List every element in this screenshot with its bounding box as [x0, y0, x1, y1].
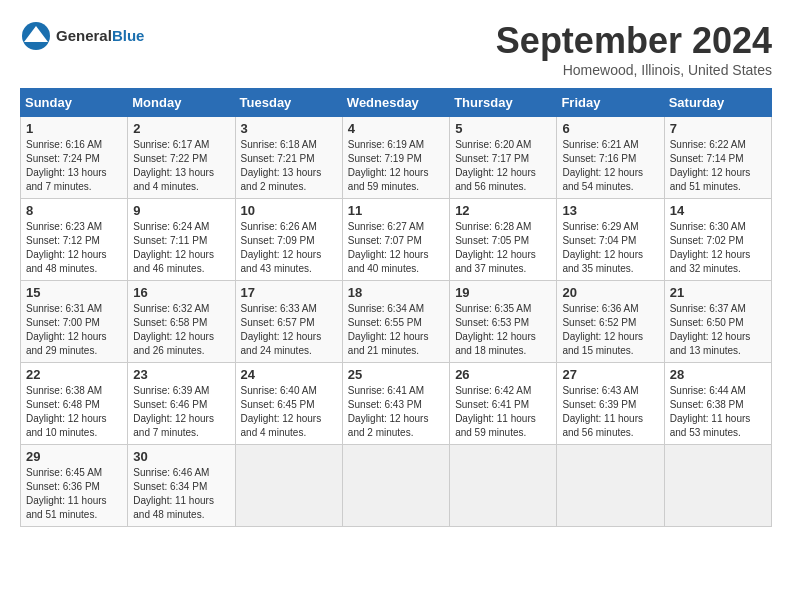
day-number: 10 [241, 203, 337, 218]
day-info: Sunrise: 6:41 AM Sunset: 6:43 PM Dayligh… [348, 384, 444, 440]
day-of-week-header: Tuesday [235, 89, 342, 117]
day-number: 15 [26, 285, 122, 300]
logo: GeneralBlue [20, 20, 144, 52]
day-of-week-header: Friday [557, 89, 664, 117]
day-number: 13 [562, 203, 658, 218]
day-number: 7 [670, 121, 766, 136]
calendar-cell: 22Sunrise: 6:38 AM Sunset: 6:48 PM Dayli… [21, 363, 128, 445]
day-number: 14 [670, 203, 766, 218]
calendar-cell: 26Sunrise: 6:42 AM Sunset: 6:41 PM Dayli… [450, 363, 557, 445]
day-info: Sunrise: 6:19 AM Sunset: 7:19 PM Dayligh… [348, 138, 444, 194]
day-info: Sunrise: 6:24 AM Sunset: 7:11 PM Dayligh… [133, 220, 229, 276]
day-of-week-header: Thursday [450, 89, 557, 117]
day-number: 4 [348, 121, 444, 136]
day-info: Sunrise: 6:33 AM Sunset: 6:57 PM Dayligh… [241, 302, 337, 358]
calendar-cell: 7Sunrise: 6:22 AM Sunset: 7:14 PM Daylig… [664, 117, 771, 199]
day-number: 11 [348, 203, 444, 218]
calendar-cell: 9Sunrise: 6:24 AM Sunset: 7:11 PM Daylig… [128, 199, 235, 281]
day-number: 28 [670, 367, 766, 382]
day-info: Sunrise: 6:22 AM Sunset: 7:14 PM Dayligh… [670, 138, 766, 194]
day-number: 27 [562, 367, 658, 382]
day-info: Sunrise: 6:23 AM Sunset: 7:12 PM Dayligh… [26, 220, 122, 276]
calendar-cell [450, 445, 557, 527]
day-info: Sunrise: 6:32 AM Sunset: 6:58 PM Dayligh… [133, 302, 229, 358]
calendar-cell [664, 445, 771, 527]
calendar-cell: 3Sunrise: 6:18 AM Sunset: 7:21 PM Daylig… [235, 117, 342, 199]
calendar-cell: 30Sunrise: 6:46 AM Sunset: 6:34 PM Dayli… [128, 445, 235, 527]
calendar-cell: 23Sunrise: 6:39 AM Sunset: 6:46 PM Dayli… [128, 363, 235, 445]
title-block: September 2024 Homewood, Illinois, Unite… [496, 20, 772, 78]
calendar-cell: 13Sunrise: 6:29 AM Sunset: 7:04 PM Dayli… [557, 199, 664, 281]
day-info: Sunrise: 6:38 AM Sunset: 6:48 PM Dayligh… [26, 384, 122, 440]
calendar-cell [235, 445, 342, 527]
calendar-week-row: 22Sunrise: 6:38 AM Sunset: 6:48 PM Dayli… [21, 363, 772, 445]
calendar-cell: 2Sunrise: 6:17 AM Sunset: 7:22 PM Daylig… [128, 117, 235, 199]
day-info: Sunrise: 6:44 AM Sunset: 6:38 PM Dayligh… [670, 384, 766, 440]
calendar-table: SundayMondayTuesdayWednesdayThursdayFrid… [20, 88, 772, 527]
day-info: Sunrise: 6:37 AM Sunset: 6:50 PM Dayligh… [670, 302, 766, 358]
calendar-cell: 25Sunrise: 6:41 AM Sunset: 6:43 PM Dayli… [342, 363, 449, 445]
calendar-cell: 12Sunrise: 6:28 AM Sunset: 7:05 PM Dayli… [450, 199, 557, 281]
day-info: Sunrise: 6:27 AM Sunset: 7:07 PM Dayligh… [348, 220, 444, 276]
day-number: 5 [455, 121, 551, 136]
day-number: 26 [455, 367, 551, 382]
day-info: Sunrise: 6:39 AM Sunset: 6:46 PM Dayligh… [133, 384, 229, 440]
day-number: 22 [26, 367, 122, 382]
calendar-header-row: SundayMondayTuesdayWednesdayThursdayFrid… [21, 89, 772, 117]
calendar-cell: 21Sunrise: 6:37 AM Sunset: 6:50 PM Dayli… [664, 281, 771, 363]
day-info: Sunrise: 6:29 AM Sunset: 7:04 PM Dayligh… [562, 220, 658, 276]
calendar-cell: 17Sunrise: 6:33 AM Sunset: 6:57 PM Dayli… [235, 281, 342, 363]
calendar-cell: 24Sunrise: 6:40 AM Sunset: 6:45 PM Dayli… [235, 363, 342, 445]
calendar-cell: 8Sunrise: 6:23 AM Sunset: 7:12 PM Daylig… [21, 199, 128, 281]
calendar-cell: 27Sunrise: 6:43 AM Sunset: 6:39 PM Dayli… [557, 363, 664, 445]
day-info: Sunrise: 6:34 AM Sunset: 6:55 PM Dayligh… [348, 302, 444, 358]
calendar-week-row: 15Sunrise: 6:31 AM Sunset: 7:00 PM Dayli… [21, 281, 772, 363]
day-info: Sunrise: 6:18 AM Sunset: 7:21 PM Dayligh… [241, 138, 337, 194]
day-of-week-header: Sunday [21, 89, 128, 117]
day-number: 3 [241, 121, 337, 136]
day-info: Sunrise: 6:42 AM Sunset: 6:41 PM Dayligh… [455, 384, 551, 440]
day-info: Sunrise: 6:35 AM Sunset: 6:53 PM Dayligh… [455, 302, 551, 358]
day-info: Sunrise: 6:30 AM Sunset: 7:02 PM Dayligh… [670, 220, 766, 276]
day-info: Sunrise: 6:26 AM Sunset: 7:09 PM Dayligh… [241, 220, 337, 276]
day-number: 6 [562, 121, 658, 136]
month-title: September 2024 [496, 20, 772, 62]
day-number: 23 [133, 367, 229, 382]
day-info: Sunrise: 6:20 AM Sunset: 7:17 PM Dayligh… [455, 138, 551, 194]
calendar-cell: 10Sunrise: 6:26 AM Sunset: 7:09 PM Dayli… [235, 199, 342, 281]
calendar-cell: 11Sunrise: 6:27 AM Sunset: 7:07 PM Dayli… [342, 199, 449, 281]
calendar-cell: 4Sunrise: 6:19 AM Sunset: 7:19 PM Daylig… [342, 117, 449, 199]
calendar-cell: 19Sunrise: 6:35 AM Sunset: 6:53 PM Dayli… [450, 281, 557, 363]
calendar-week-row: 1Sunrise: 6:16 AM Sunset: 7:24 PM Daylig… [21, 117, 772, 199]
day-number: 9 [133, 203, 229, 218]
day-info: Sunrise: 6:28 AM Sunset: 7:05 PM Dayligh… [455, 220, 551, 276]
day-info: Sunrise: 6:16 AM Sunset: 7:24 PM Dayligh… [26, 138, 122, 194]
day-number: 20 [562, 285, 658, 300]
logo-blue: Blue [112, 27, 145, 44]
calendar-cell: 14Sunrise: 6:30 AM Sunset: 7:02 PM Dayli… [664, 199, 771, 281]
calendar-week-row: 29Sunrise: 6:45 AM Sunset: 6:36 PM Dayli… [21, 445, 772, 527]
calendar-cell [342, 445, 449, 527]
calendar-cell [557, 445, 664, 527]
day-number: 17 [241, 285, 337, 300]
calendar-week-row: 8Sunrise: 6:23 AM Sunset: 7:12 PM Daylig… [21, 199, 772, 281]
day-info: Sunrise: 6:17 AM Sunset: 7:22 PM Dayligh… [133, 138, 229, 194]
calendar-cell: 28Sunrise: 6:44 AM Sunset: 6:38 PM Dayli… [664, 363, 771, 445]
logo-general: General [56, 27, 112, 44]
day-number: 30 [133, 449, 229, 464]
day-info: Sunrise: 6:40 AM Sunset: 6:45 PM Dayligh… [241, 384, 337, 440]
day-info: Sunrise: 6:21 AM Sunset: 7:16 PM Dayligh… [562, 138, 658, 194]
logo-icon [20, 20, 52, 52]
day-info: Sunrise: 6:31 AM Sunset: 7:00 PM Dayligh… [26, 302, 122, 358]
calendar-cell: 29Sunrise: 6:45 AM Sunset: 6:36 PM Dayli… [21, 445, 128, 527]
calendar-cell: 5Sunrise: 6:20 AM Sunset: 7:17 PM Daylig… [450, 117, 557, 199]
day-number: 25 [348, 367, 444, 382]
day-number: 19 [455, 285, 551, 300]
day-number: 29 [26, 449, 122, 464]
day-of-week-header: Wednesday [342, 89, 449, 117]
day-number: 21 [670, 285, 766, 300]
day-number: 18 [348, 285, 444, 300]
day-info: Sunrise: 6:45 AM Sunset: 6:36 PM Dayligh… [26, 466, 122, 522]
day-info: Sunrise: 6:43 AM Sunset: 6:39 PM Dayligh… [562, 384, 658, 440]
calendar-cell: 15Sunrise: 6:31 AM Sunset: 7:00 PM Dayli… [21, 281, 128, 363]
